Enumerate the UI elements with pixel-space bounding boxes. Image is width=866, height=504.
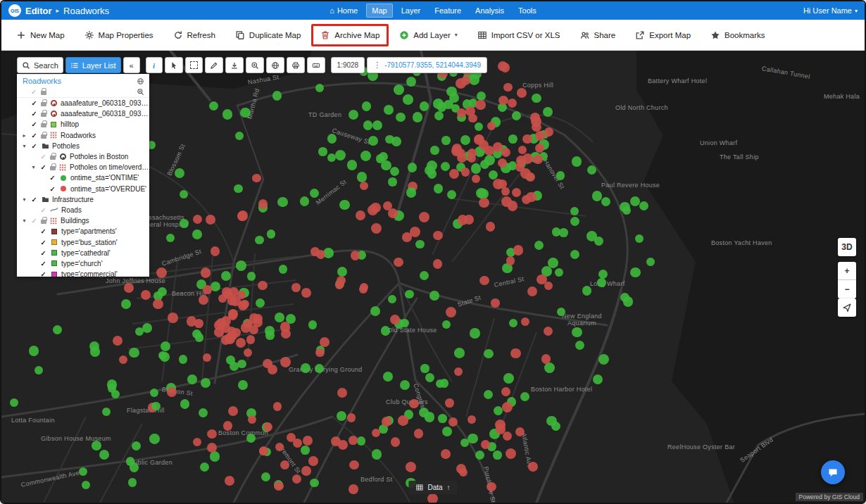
map-marker[interactable]: [493, 451, 502, 460]
layer-row[interactable]: ▾✓Potholes: [17, 141, 149, 151]
map-marker[interactable]: [376, 154, 384, 163]
map-marker[interactable]: [99, 450, 109, 460]
map-marker[interactable]: [234, 184, 242, 193]
lock-icon[interactable]: [41, 123, 46, 127]
map-marker[interactable]: [592, 191, 602, 201]
map-marker[interactable]: [280, 460, 289, 470]
map-marker[interactable]: [273, 402, 282, 410]
map-marker[interactable]: [434, 111, 444, 120]
map-marker[interactable]: [593, 374, 603, 384]
map-marker[interactable]: [635, 234, 644, 243]
layer-panel-title[interactable]: Roadworks: [23, 77, 61, 85]
map-marker[interactable]: [303, 436, 313, 446]
layer-row[interactable]: ✓Potholes in Boston: [17, 151, 149, 162]
map-marker[interactable]: [222, 109, 232, 119]
map-marker[interactable]: [207, 429, 216, 439]
map-marker[interactable]: [238, 380, 248, 390]
data-grid-button[interactable]: Data ↑: [408, 481, 457, 494]
layer-visibility-checkbox[interactable]: ✓: [39, 153, 47, 160]
map-marker[interactable]: [180, 190, 188, 199]
map-marker[interactable]: [601, 197, 610, 206]
nav-item-tools[interactable]: Tools: [513, 4, 542, 18]
map-marker[interactable]: [454, 367, 463, 377]
map-marker[interactable]: [555, 268, 563, 277]
map-marker[interactable]: [400, 380, 410, 390]
cursor-tool-button[interactable]: [165, 57, 183, 73]
map-marker[interactable]: [292, 474, 301, 484]
map-marker[interactable]: [515, 427, 525, 436]
map-marker[interactable]: [126, 457, 134, 465]
visibility-all-checkbox[interactable]: ✓: [31, 88, 37, 96]
map-marker[interactable]: [503, 373, 514, 384]
map-marker[interactable]: [475, 451, 484, 460]
nav-item-map[interactable]: Map: [366, 4, 392, 18]
map-marker[interactable]: [570, 207, 579, 215]
expander-icon[interactable]: ▸: [21, 132, 27, 139]
nav-item-home[interactable]: ⌂Home: [324, 4, 363, 18]
map-marker[interactable]: [598, 270, 608, 279]
map-marker[interactable]: [491, 298, 499, 307]
map-marker[interactable]: [248, 415, 256, 424]
map-marker[interactable]: [551, 422, 560, 431]
scale-display[interactable]: 1:9028: [331, 57, 365, 73]
download-tool-button[interactable]: [225, 57, 244, 73]
map-marker[interactable]: [474, 134, 484, 145]
map-marker[interactable]: [308, 320, 317, 329]
layer-visibility-checkbox[interactable]: ✓: [30, 110, 38, 118]
map-marker[interactable]: [315, 84, 325, 93]
map-marker[interactable]: [135, 327, 144, 336]
share-button[interactable]: Share: [571, 24, 625, 46]
map-marker[interactable]: [467, 415, 476, 424]
map-marker[interactable]: [447, 190, 457, 200]
expander-icon[interactable]: ▾: [30, 164, 37, 170]
map-marker[interactable]: [498, 158, 507, 168]
map-marker[interactable]: [484, 146, 494, 156]
layer-visibility-checkbox[interactable]: ✓: [39, 260, 47, 267]
map-marker[interactable]: [82, 481, 90, 489]
map-marker[interactable]: [301, 446, 310, 455]
map-marker[interactable]: [597, 278, 605, 286]
map-marker[interactable]: [168, 313, 177, 322]
lock-icon[interactable]: [50, 156, 56, 160]
map-marker[interactable]: [448, 417, 458, 427]
map-marker[interactable]: [275, 443, 284, 451]
map-marker[interactable]: [456, 78, 466, 89]
map-marker[interactable]: [446, 87, 457, 97]
map-marker[interactable]: [34, 366, 44, 375]
lock-icon[interactable]: [41, 134, 46, 139]
map-marker[interactable]: [141, 290, 151, 300]
map-marker[interactable]: [489, 170, 498, 179]
map-marker[interactable]: [620, 202, 630, 213]
map-marker[interactable]: [221, 271, 231, 281]
map-marker[interactable]: [487, 482, 496, 492]
map-marker[interactable]: [467, 149, 477, 158]
layer-visibility-checkbox[interactable]: ✓: [49, 174, 56, 182]
map-marker[interactable]: [161, 341, 170, 351]
map-marker[interactable]: [394, 258, 403, 267]
map-marker[interactable]: [225, 476, 234, 486]
map-marker[interactable]: [501, 187, 510, 196]
map-marker[interactable]: [406, 462, 416, 472]
map-marker[interactable]: [337, 388, 347, 398]
map-marker[interactable]: [445, 398, 454, 408]
map-marker[interactable]: [512, 111, 521, 120]
layer-visibility-checkbox[interactable]: ✓: [30, 99, 38, 107]
map-marker[interactable]: [280, 357, 291, 367]
map-marker[interactable]: [415, 240, 425, 249]
map-marker[interactable]: [124, 283, 134, 293]
map-marker[interactable]: [238, 301, 248, 310]
map-marker[interactable]: [509, 319, 517, 327]
map-marker[interactable]: [508, 134, 517, 144]
map-marker[interactable]: [180, 219, 189, 228]
map-marker[interactable]: [522, 195, 532, 205]
map-marker[interactable]: [252, 174, 261, 182]
map-marker[interactable]: [403, 94, 413, 105]
map-marker[interactable]: [357, 172, 367, 182]
map-marker[interactable]: [594, 237, 603, 246]
map-marker[interactable]: [179, 355, 188, 364]
new-map-button[interactable]: New Map: [7, 24, 74, 46]
lock-icon[interactable]: [50, 166, 56, 170]
map-marker[interactable]: [149, 434, 160, 444]
map-properties-button[interactable]: Map Properties: [75, 24, 163, 46]
map-marker[interactable]: [153, 299, 163, 310]
